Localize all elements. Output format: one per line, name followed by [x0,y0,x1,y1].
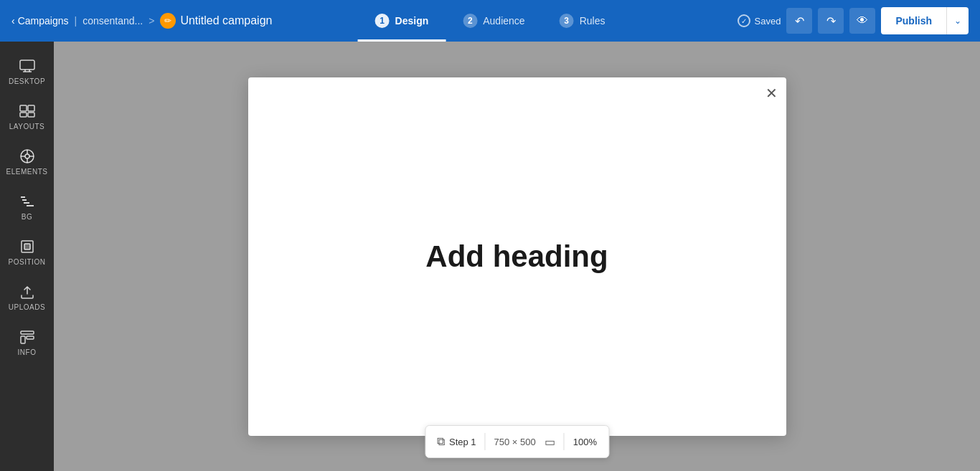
sidebar-item-layouts[interactable]: LAYOUTS [0,95,54,138]
sidebar-item-uploads[interactable]: UPLOADS [0,276,54,318]
tab-audience[interactable]: 2 Audience [446,0,542,42]
publish-wrap: Publish ⌄ [881,7,969,34]
sidebar-item-position-label: POSITION [9,258,46,266]
svg-rect-21 [21,336,25,343]
sidebar-item-desktop[interactable]: DESKTOP [0,50,54,92]
tab-audience-label: Audience [483,15,524,27]
modal-close-button[interactable]: ✕ [765,86,778,100]
divider1 [485,433,486,450]
modal-popup[interactable]: ✕ Add heading [248,77,786,436]
saved-label: Saved [755,16,781,27]
svg-rect-5 [28,105,34,111]
sidebar-item-bg[interactable]: BG [0,186,54,228]
saved-check-icon: ✓ [738,14,750,27]
tab-rules[interactable]: 3 Rules [542,0,623,42]
svg-rect-6 [20,113,27,117]
info-icon [19,328,36,346]
screen-icon: ▭ [545,435,555,449]
campaign-title-wrap: ✏ Untitled campaign [160,13,272,29]
svg-rect-4 [20,105,27,111]
canvas-area: ✕ Add heading Powered by Adoric ⧉ Step 1… [54,42,980,471]
svg-rect-19 [24,244,30,249]
back-chevron-icon: ‹ [11,15,15,27]
breadcrumb-campaign[interactable]: consentand... [83,15,143,27]
sidebar-item-info-label: INFO [18,348,37,356]
position-icon [19,238,36,255]
breadcrumb-sep1: | [75,15,77,27]
campaign-icon: ✏ [160,13,176,29]
undo-button[interactable]: ↶ [786,8,812,34]
campaigns-link[interactable]: ‹ Campaigns [11,15,69,27]
sidebar-item-elements[interactable]: ELEMENTS [0,141,54,183]
svg-rect-22 [27,336,34,339]
canvas-size-label: 750 × 500 [494,437,536,447]
svg-rect-0 [20,60,34,70]
sidebar: DESKTOP LAYOUTS [0,42,54,471]
elements-icon [19,148,36,165]
svg-point-9 [25,154,29,158]
step-icon: ⧉ [437,435,445,448]
sidebar-item-layouts-label: LAYOUTS [9,123,44,130]
tab-design-num: 1 [375,14,390,28]
modal-heading[interactable]: Add heading [425,239,608,274]
zoom-level-label: 100% [573,437,597,447]
uploads-icon [19,283,36,300]
main-layout: DESKTOP LAYOUTS [0,42,980,471]
redo-icon: ↷ [826,14,836,28]
tab-design[interactable]: 1 Design [358,0,446,42]
sidebar-item-uploads-label: UPLOADS [9,303,45,311]
tab-design-label: Design [395,15,429,27]
preview-button[interactable]: 👁 [849,8,875,34]
saved-badge: ✓ Saved [738,14,781,27]
nav-tabs: 1 Design 2 Audience 3 Rules [358,0,623,42]
sidebar-item-position[interactable]: POSITION [0,231,54,273]
tab-rules-num: 3 [560,14,574,28]
step-info: ⧉ Step 1 [437,435,476,448]
bg-icon [19,193,36,210]
sidebar-item-info[interactable]: INFO [0,321,54,363]
divider2 [564,433,565,450]
publish-button[interactable]: Publish [881,7,946,34]
sidebar-item-elements-label: ELEMENTS [6,168,48,176]
step-label: Step 1 [449,437,476,447]
desktop-icon [19,57,36,75]
breadcrumb-sep2: > [149,15,154,27]
topnav-right: ✓ Saved ↶ ↷ 👁 Publish ⌄ [738,7,969,34]
sidebar-item-bg-label: BG [22,213,32,221]
layouts-icon [19,103,36,120]
undo-icon: ↶ [795,14,804,28]
sidebar-item-desktop-label: DESKTOP [9,77,45,85]
publish-dropdown-button[interactable]: ⌄ [946,7,969,34]
svg-rect-20 [21,331,34,334]
redo-button[interactable]: ↷ [818,8,844,34]
campaigns-label: Campaigns [18,15,69,27]
campaign-title[interactable]: Untitled campaign [180,14,272,27]
bottom-status-bar: ⧉ Step 1 750 × 500 ▭ 100% [425,425,609,458]
tab-rules-label: Rules [580,15,606,27]
topnav: ‹ Campaigns | consentand... > ✏ Untitled… [0,0,980,42]
modal-container: ✕ Add heading Powered by Adoric [248,77,786,436]
svg-rect-7 [28,113,34,117]
eye-icon: 👁 [857,14,868,27]
tab-audience-num: 2 [463,14,477,28]
